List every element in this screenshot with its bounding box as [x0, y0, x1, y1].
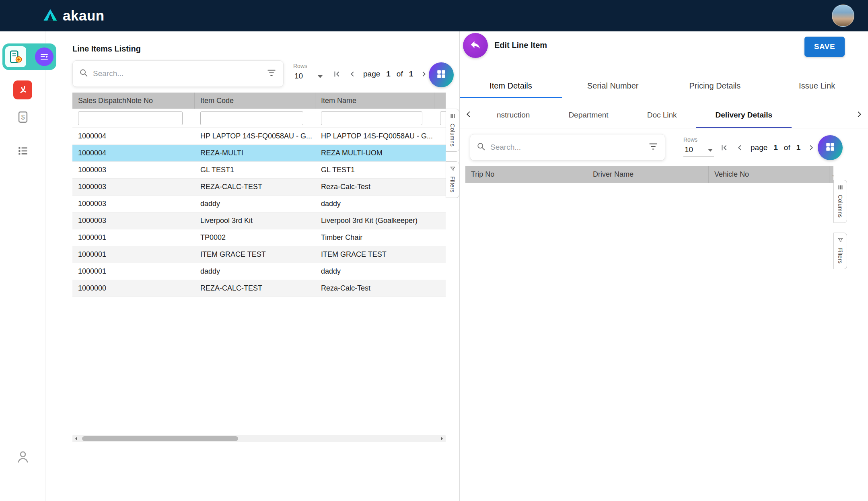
delivery-header-row: Trip NoDriver NameVehicle NoJ — [465, 166, 833, 183]
tab-issue-link[interactable]: Issue Link — [766, 74, 868, 98]
search-input[interactable] — [490, 143, 643, 152]
cell: 1000001 — [72, 233, 195, 242]
line-items-table: Sales DispatchNote NoItem CodeItem Name … — [72, 93, 446, 297]
column-header-driver-name: Driver Name — [587, 166, 709, 183]
subtab-delivery-details[interactable]: Delivery Details — [696, 102, 792, 128]
columns-side-tab[interactable]: Columns — [446, 109, 459, 152]
table-row[interactable]: 1000003daddydaddy — [72, 196, 446, 212]
chevron-right-icon — [855, 110, 864, 120]
scroll-right-button[interactable] — [438, 435, 446, 442]
column-filter-input[interactable] — [200, 111, 303, 125]
sidebar-item-billing[interactable]: $ — [15, 110, 31, 126]
table-row[interactable]: 1000004REZA-MULTIREZA MULTI-UOM — [72, 145, 446, 162]
list-icon — [16, 144, 29, 159]
column-filter-input[interactable] — [321, 111, 422, 125]
search-box — [470, 134, 665, 161]
grid-view-icon — [825, 142, 835, 154]
filter-list-icon[interactable] — [648, 141, 658, 153]
filters-side-tab[interactable]: Filters — [833, 233, 847, 269]
rows-value: 10 — [294, 72, 303, 80]
total-pages: 1 — [796, 143, 801, 152]
cell: Timber Chair — [315, 233, 434, 242]
menu-open-icon[interactable] — [35, 47, 53, 66]
table-row[interactable]: 1000000REZA-CALC-TESTReza-Calc-Test — [72, 280, 446, 297]
rows-per-page-select[interactable]: Rows 10 — [683, 136, 716, 157]
funnel-icon — [450, 166, 456, 173]
columns-tab-label: Columns — [449, 124, 456, 146]
subtab-doc-link[interactable]: Doc Link — [628, 102, 696, 128]
line-items-body: 1000004HP LAPTOP 14S-FQ0058AU - G...HP L… — [72, 128, 446, 297]
filters-tab-label: Filters — [837, 247, 843, 264]
table-row[interactable]: 1000001ITEM GRACE TESTITEM GRACE TEST — [72, 246, 446, 263]
subtab-nstruction[interactable]: nstruction — [477, 102, 549, 128]
columns-icon — [450, 113, 456, 121]
first-page-icon[interactable] — [332, 69, 341, 79]
table-row[interactable]: 1000001TP0002Timber Chair — [72, 229, 446, 246]
subtabs-scroll-right-button[interactable] — [850, 102, 868, 128]
line-items-filter-row — [72, 109, 446, 128]
horizontal-scrollbar[interactable] — [72, 435, 446, 442]
cell: Liverpool 3rd Kit (Goalkeeper) — [315, 216, 434, 225]
table-row[interactable]: 1000003Liverpool 3rd KitLiverpool 3rd Ki… — [72, 212, 446, 229]
cell: daddy — [315, 267, 434, 276]
caret-down-icon — [708, 145, 713, 154]
grid-view-button[interactable] — [429, 62, 454, 87]
prev-page-icon[interactable] — [735, 143, 745, 153]
cell: REZA-CALC-TEST — [195, 183, 315, 191]
columns-side-tab[interactable]: Columns — [833, 180, 847, 223]
columns-tab-label: Columns — [837, 195, 843, 218]
next-page-icon[interactable] — [419, 69, 429, 79]
subtabs-scroll-left-button[interactable] — [460, 102, 477, 128]
column-filter-input[interactable] — [78, 111, 183, 125]
save-button[interactable]: SAVE — [804, 37, 845, 57]
search-icon — [477, 142, 485, 153]
current-page: 1 — [386, 70, 391, 78]
sidebar-item-pdf-tool[interactable] — [13, 80, 32, 99]
tab-pricing-details[interactable]: Pricing Details — [664, 74, 766, 98]
sidebar-item-active-module[interactable] — [2, 43, 56, 70]
scroll-left-button[interactable] — [72, 435, 80, 442]
tab-serial-number[interactable]: Serial Number — [562, 74, 664, 98]
caret-down-icon — [318, 72, 323, 80]
cell: 1000003 — [72, 183, 195, 191]
cell: HP LAPTOP 14S-FQ0058AU - G... — [315, 132, 434, 140]
funnel-icon — [837, 237, 843, 245]
filters-side-tab[interactable]: Filters — [446, 161, 459, 198]
pdf-icon — [17, 84, 29, 97]
pagination: page 1 of 1 — [332, 66, 444, 82]
side-tab-strip: Columns Filters — [446, 109, 459, 198]
sidebar-item-account[interactable] — [14, 449, 31, 466]
total-pages: 1 — [409, 70, 413, 78]
edit-line-item-panel: Edit Line Item SAVE Item DetailsSerial N… — [459, 31, 868, 501]
search-input[interactable] — [93, 69, 261, 78]
user-avatar[interactable] — [832, 4, 854, 27]
sidebar-item-listing[interactable] — [15, 144, 31, 159]
brand-logo[interactable]: akaun — [43, 8, 105, 24]
subtab-department[interactable]: Department — [549, 102, 627, 128]
edit-subtab-strip: nstructionDepartmentDoc LinkDelivery Det… — [477, 102, 850, 128]
first-page-icon[interactable] — [719, 143, 729, 153]
side-tab-strip: Columns Filters — [833, 180, 847, 269]
rows-label: Rows — [683, 136, 716, 143]
filter-cell — [315, 111, 434, 125]
back-button[interactable] — [463, 33, 488, 58]
svg-text:$: $ — [21, 114, 25, 121]
next-page-icon[interactable] — [806, 143, 816, 153]
grid-view-button[interactable] — [818, 135, 843, 160]
rows-per-page-select[interactable]: Rows 10 — [293, 63, 326, 83]
column-filter-input[interactable] — [440, 111, 446, 125]
prev-page-icon[interactable] — [348, 69, 357, 79]
scrollbar-thumb[interactable] — [82, 436, 238, 441]
cell: REZA-CALC-TEST — [195, 284, 315, 293]
cell: ITEM GRACE TEST — [315, 250, 434, 259]
cell: GL TEST1 — [195, 166, 315, 174]
table-row[interactable]: 1000001daddydaddy — [72, 263, 446, 280]
tab-item-details[interactable]: Item Details — [460, 74, 562, 98]
current-page: 1 — [773, 143, 778, 152]
table-row[interactable]: 1000003REZA-CALC-TESTReza-Calc-Test — [72, 179, 446, 196]
table-row[interactable]: 1000003GL TEST1GL TEST1 — [72, 162, 446, 179]
table-row[interactable]: 1000004HP LAPTOP 14S-FQ0058AU - G...HP L… — [72, 128, 446, 145]
scroll-left-icon — [73, 437, 77, 441]
cell: REZA-MULTI — [195, 149, 315, 157]
filter-list-icon[interactable] — [266, 68, 277, 80]
